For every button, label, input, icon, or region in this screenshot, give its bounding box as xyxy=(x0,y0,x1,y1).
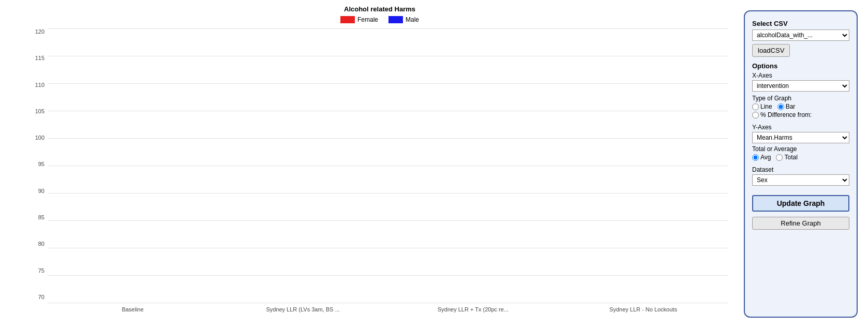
radio-line[interactable] xyxy=(752,103,759,110)
radio-avg-label[interactable]: Avg xyxy=(752,154,771,161)
grid-line-70 xyxy=(48,303,728,303)
legend-female-label: Female xyxy=(357,16,378,23)
y-axis: 120 115 110 105 100 95 90 85 80 75 70 xyxy=(31,28,48,312)
x-label-llr-nolockouts: Sydney LLR - No Lockouts xyxy=(558,306,728,312)
chart-area: Alcohol related Harms Female Male 120 11… xyxy=(0,0,739,328)
chart-legend: Female Male xyxy=(31,16,728,23)
dataset-label: Dataset xyxy=(752,166,849,173)
legend-female: Female xyxy=(340,16,378,23)
radio-bar[interactable] xyxy=(777,103,784,110)
type-of-graph-label: Type of Graph xyxy=(752,95,849,102)
x-label-baseline: Baseline xyxy=(48,306,218,312)
x-label-llr-lvs: Sydney LLR (LVs 3am, BS ... xyxy=(218,306,388,312)
select-csv-title: Select CSV xyxy=(752,20,849,27)
bars-wrapper xyxy=(48,28,728,303)
chart-container: 120 115 110 105 100 95 90 85 80 75 70 xyxy=(31,28,728,312)
radio-avg[interactable] xyxy=(752,154,759,161)
radio-pct-label[interactable]: % Difference from: xyxy=(752,111,812,118)
avg-total-row: Avg Total xyxy=(752,154,849,161)
graph-type-pct-row: % Difference from: xyxy=(752,111,849,118)
graph-type-row: Line Bar xyxy=(752,103,849,110)
y-axes-section: Y-Axes Mean.Harms Total or Average Avg T… xyxy=(752,124,849,161)
x-axes-select[interactable]: intervention xyxy=(752,80,849,92)
radio-pct[interactable] xyxy=(752,112,759,118)
options-section: Options X-Axes intervention Type of Grap… xyxy=(752,62,849,118)
radio-total-label[interactable]: Total xyxy=(776,154,797,161)
radio-total[interactable] xyxy=(776,154,783,161)
x-axes-label: X-Axes xyxy=(752,72,849,79)
legend-male: Male xyxy=(388,16,419,23)
update-graph-button[interactable]: Update Graph xyxy=(752,195,849,212)
total-or-avg-label: Total or Average xyxy=(752,145,849,153)
legend-male-label: Male xyxy=(406,16,419,23)
x-label-llr-tx: Sydney LLR + Tx (20pc re... xyxy=(388,306,558,312)
dataset-section: Dataset Sex xyxy=(752,166,849,190)
right-panel: Select CSV alcoholData_with_... loadCSV … xyxy=(744,10,858,318)
dataset-select[interactable]: Sex xyxy=(752,174,849,186)
legend-male-box xyxy=(388,16,403,23)
radio-bar-label[interactable]: Bar xyxy=(777,103,796,110)
radio-line-label[interactable]: Line xyxy=(752,103,772,110)
y-axes-label: Y-Axes xyxy=(752,124,849,131)
refine-graph-button[interactable]: Refine Graph xyxy=(752,217,849,230)
grid-and-bars xyxy=(48,28,728,303)
select-csv-section: Select CSV alcoholData_with_... loadCSV xyxy=(752,20,849,57)
y-axes-select[interactable]: Mean.Harms xyxy=(752,132,849,143)
x-labels: Baseline Sydney LLR (LVs 3am, BS ... Syd… xyxy=(48,303,728,312)
options-title: Options xyxy=(752,62,849,70)
plot-area: Baseline Sydney LLR (LVs 3am, BS ... Syd… xyxy=(48,28,728,312)
load-csv-button[interactable]: loadCSV xyxy=(752,44,790,57)
legend-female-box xyxy=(340,16,355,23)
chart-title: Alcohol related Harms xyxy=(31,5,728,13)
csv-select[interactable]: alcoholData_with_... xyxy=(752,29,849,41)
